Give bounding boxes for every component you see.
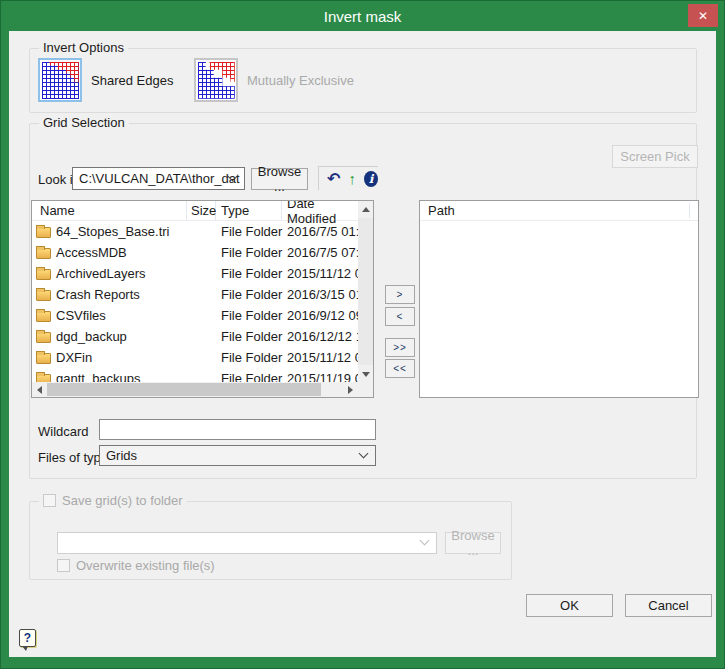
undo-icon[interactable]: ↶ bbox=[327, 171, 340, 187]
move-all-left-button[interactable]: << bbox=[385, 359, 415, 378]
column-header-type[interactable]: Type bbox=[216, 201, 282, 220]
path-panel-body[interactable] bbox=[420, 221, 698, 397]
file-name: Crash Reports bbox=[56, 287, 140, 302]
wildcard-input[interactable] bbox=[99, 419, 376, 440]
file-name: gantt_backups bbox=[56, 371, 141, 382]
file-list-body: 64_Stopes_Base.tri File Folder 2016/7/5 … bbox=[32, 221, 358, 382]
move-right-button[interactable]: > bbox=[385, 285, 415, 304]
file-list-header: Name Size Type Date Modified bbox=[32, 201, 358, 221]
shared-edges-grid-icon[interactable] bbox=[38, 58, 82, 102]
file-list: Name Size Type Date Modified bbox=[31, 200, 374, 398]
up-arrow-icon[interactable]: ↑ bbox=[348, 171, 356, 186]
file-list-row[interactable]: Crash Reports File Folder 2016/3/15 01:5 bbox=[32, 284, 358, 305]
overwrite-label: Overwrite existing file(s) bbox=[76, 558, 215, 573]
files-of-type-value: Grids bbox=[106, 448, 137, 463]
look-in-value: C:\VULCAN_DATA\thor_dat bbox=[79, 171, 240, 186]
file-type: File Folder bbox=[216, 329, 282, 344]
dialog-title: Invert mask bbox=[324, 8, 402, 25]
scroll-left-icon[interactable] bbox=[32, 382, 47, 397]
files-of-type-select[interactable]: Grids bbox=[99, 445, 376, 466]
folder-icon bbox=[36, 374, 51, 382]
folder-icon bbox=[36, 332, 51, 343]
file-list-row[interactable]: DXFin File Folder 2015/11/12 08: bbox=[32, 347, 358, 368]
scrollbar-corner bbox=[358, 382, 373, 397]
shared-edges-label: Shared Edges bbox=[91, 73, 173, 88]
file-name: DXFin bbox=[56, 350, 92, 365]
scroll-down-icon[interactable] bbox=[358, 366, 373, 382]
file-list-row[interactable]: ArchivedLayers File Folder 2015/11/12 08… bbox=[32, 263, 358, 284]
path-panel-header: Path bbox=[420, 201, 698, 221]
option-shared-edges[interactable]: Shared Edges bbox=[38, 58, 173, 102]
ok-button[interactable]: OK bbox=[526, 594, 613, 617]
title-bar[interactable]: Invert mask bbox=[1, 1, 724, 31]
grid-selection-group-label: Grid Selection bbox=[39, 115, 129, 130]
move-left-button[interactable]: < bbox=[385, 307, 415, 326]
wildcard-label: Wildcard bbox=[38, 424, 89, 439]
file-type: File Folder bbox=[216, 245, 282, 260]
chevron-down-icon bbox=[359, 448, 369, 458]
close-button[interactable]: ✕ bbox=[688, 4, 718, 27]
save-grids-checkbox[interactable] bbox=[43, 494, 56, 507]
file-list-row[interactable]: dgd_backup File Folder 2016/12/12 12: bbox=[32, 326, 358, 347]
horizontal-scrollbar-thumb[interactable] bbox=[47, 383, 321, 396]
save-grids-group: Save grid(s) to folder Browse ... Overwr… bbox=[29, 501, 512, 580]
file-list-row[interactable]: CSVfiles File Folder 2016/9/12 09:2 bbox=[32, 305, 358, 326]
move-all-right-button[interactable]: >> bbox=[385, 338, 415, 357]
file-date-modified: 2016/7/5 07:39 bbox=[282, 245, 358, 260]
file-name: ArchivedLayers bbox=[56, 266, 146, 281]
folder-icon bbox=[36, 269, 51, 280]
file-name: dgd_backup bbox=[56, 329, 127, 344]
chevron-down-icon bbox=[420, 536, 430, 546]
browse-button[interactable]: Browse ... bbox=[251, 168, 308, 190]
file-date-modified: 2015/11/12 08: bbox=[282, 266, 358, 281]
folder-icon bbox=[36, 353, 51, 364]
overwrite-row: Overwrite existing file(s) bbox=[57, 558, 215, 573]
file-list-row[interactable]: gantt_backups File Folder 2015/11/19 01: bbox=[32, 368, 358, 382]
file-date-modified: 2015/11/12 08: bbox=[282, 350, 358, 365]
file-date-modified: 2016/9/12 09:2 bbox=[282, 308, 358, 323]
column-header-size[interactable]: Size bbox=[187, 201, 216, 220]
screen-pick-button[interactable]: Screen Pick bbox=[612, 145, 698, 168]
file-list-row[interactable]: AccessMDB File Folder 2016/7/5 07:39 bbox=[32, 242, 358, 263]
help-glyph: ? bbox=[24, 631, 31, 645]
grid-selection-group: Grid Selection Screen Pick Look in C:\VU… bbox=[29, 123, 697, 479]
file-type: File Folder bbox=[216, 266, 282, 281]
help-icon[interactable]: ? bbox=[19, 629, 36, 647]
column-header-path[interactable]: Path bbox=[428, 203, 455, 218]
cancel-button[interactable]: Cancel bbox=[625, 594, 712, 617]
folder-icon bbox=[36, 227, 51, 238]
overwrite-checkbox[interactable] bbox=[57, 559, 70, 572]
file-list-row[interactable]: 64_Stopes_Base.tri File Folder 2016/7/5 … bbox=[32, 221, 358, 242]
file-date-modified: 2016/12/12 12: bbox=[282, 329, 358, 344]
dialog-content: Invert Options Shared Edges M bbox=[9, 31, 716, 657]
scroll-right-icon[interactable] bbox=[343, 382, 358, 397]
horizontal-scrollbar[interactable] bbox=[32, 382, 358, 397]
save-grids-label: Save grid(s) to folder bbox=[62, 493, 183, 508]
file-date-modified: 2016/3/15 01:5 bbox=[282, 287, 358, 302]
look-in-combobox[interactable]: C:\VULCAN_DATA\thor_dat bbox=[72, 167, 245, 190]
info-icon[interactable] bbox=[364, 171, 378, 187]
column-header-name[interactable]: Name bbox=[32, 201, 187, 220]
files-of-type-label: Files of type bbox=[38, 450, 108, 465]
save-browse-button[interactable]: Browse ... bbox=[445, 532, 501, 554]
file-date-modified: 2016/7/5 01:30 bbox=[282, 224, 358, 239]
option-mutually-exclusive: Mutually Exclusive bbox=[194, 58, 354, 102]
path-toolbar: ↶ ↑ bbox=[318, 166, 378, 190]
save-grids-header: Save grid(s) to folder bbox=[39, 493, 187, 508]
save-folder-combobox[interactable] bbox=[57, 532, 437, 554]
file-type: File Folder bbox=[216, 308, 282, 323]
vertical-scrollbar-thumb[interactable] bbox=[358, 218, 373, 365]
column-header-date-modified[interactable]: Date Modified bbox=[282, 201, 358, 220]
folder-icon bbox=[36, 248, 51, 259]
invert-mask-dialog: Invert mask ✕ Invert Options Shared Edge… bbox=[0, 0, 725, 669]
file-name: 64_Stopes_Base.tri bbox=[56, 224, 169, 239]
path-panel: Path bbox=[419, 200, 699, 398]
mutually-exclusive-grid-icon bbox=[194, 58, 238, 102]
invert-options-group-label: Invert Options bbox=[39, 40, 128, 55]
scroll-up-icon[interactable] bbox=[358, 201, 373, 217]
vertical-scrollbar[interactable] bbox=[358, 201, 373, 382]
folder-icon bbox=[36, 290, 51, 301]
mutually-exclusive-label: Mutually Exclusive bbox=[247, 73, 354, 88]
file-type: File Folder bbox=[216, 287, 282, 302]
invert-options-group: Invert Options Shared Edges M bbox=[29, 48, 697, 113]
